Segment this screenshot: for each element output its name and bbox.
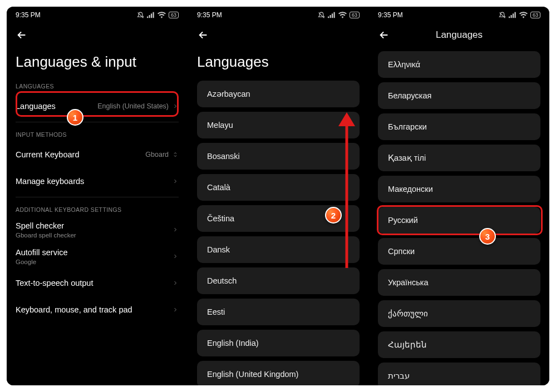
section-label-input-methods: INPUT METHODS [16, 127, 179, 141]
updown-icon [172, 151, 179, 158]
status-bar: 9:35 PM 63 [369, 7, 549, 23]
phone-screen-2: 9:35 PM 63 Languages AzərbaycanMelayuBos… [188, 7, 368, 385]
language-item-highlighted[interactable]: Русский [378, 207, 540, 234]
language-item[interactable]: Українська [378, 269, 540, 296]
language-item[interactable]: Deutsch [197, 267, 360, 294]
language-item[interactable]: עברית [378, 363, 540, 385]
back-icon[interactable] [378, 29, 390, 41]
svg-rect-6 [332, 13, 333, 18]
header-title: Languages [390, 29, 528, 41]
dnd-icon [137, 12, 144, 19]
language-item[interactable]: Српски [378, 238, 540, 265]
battery-icon: 63 [530, 12, 540, 18]
signal-icon [328, 12, 336, 18]
spell-checker-row[interactable]: Spell checker Gboard spell checker [16, 216, 179, 243]
svg-rect-14 [514, 12, 515, 18]
wifi-icon [338, 12, 347, 18]
tts-label: Text-to-speech output [16, 279, 93, 287]
wifi-icon [519, 12, 528, 18]
current-keyboard-row[interactable]: Current Keyboard Gboard [16, 141, 179, 168]
language-item[interactable]: Eesti [197, 299, 360, 325]
spell-checker-sub: Gboard spell checker [16, 232, 76, 239]
chevron-right-icon [172, 103, 179, 110]
language-list[interactable]: ΕλληνικάБеларускаяБългарскиҚазақ тіліМак… [378, 49, 540, 385]
chevron-right-icon [172, 280, 179, 286]
status-icons: 63 [499, 12, 540, 19]
screenshot-canvas: 9:35 PM 63 Languages & input LANGUAGES L… [7, 7, 549, 385]
back-icon[interactable] [16, 29, 28, 41]
language-item[interactable]: Ελληνικά [378, 51, 540, 78]
status-bar: 9:35 PM 63 [188, 7, 368, 23]
svg-rect-3 [152, 12, 154, 18]
page-title: Languages [197, 47, 360, 78]
language-item[interactable]: Català [197, 174, 360, 201]
language-item[interactable]: ქართული [378, 300, 540, 327]
svg-rect-4 [328, 17, 329, 18]
language-item[interactable]: Македонски [378, 176, 540, 202]
language-item[interactable]: Dansk [197, 236, 360, 263]
divider [16, 197, 179, 197]
autofill-row[interactable]: Autofill service Google [16, 243, 179, 270]
chevron-right-icon [172, 226, 179, 233]
chevron-right-icon [172, 306, 179, 313]
language-item[interactable]: Қазақ тілі [378, 145, 540, 171]
languages-row-label: Languages [16, 102, 56, 111]
page-title: Languages & input [16, 47, 179, 78]
language-item[interactable]: Български [378, 113, 540, 140]
language-item[interactable]: Հայերեն [378, 331, 540, 358]
svg-rect-5 [329, 15, 331, 18]
manage-keyboards-label: Manage keyboards [16, 177, 84, 186]
chevron-right-icon [172, 178, 179, 185]
language-item[interactable]: Melayu [197, 112, 360, 138]
tts-row[interactable]: Text-to-speech output [16, 270, 179, 296]
language-item[interactable]: Bosanski [197, 143, 360, 170]
current-keyboard-value: Gboard [145, 151, 169, 158]
language-item[interactable]: Čeština [197, 205, 360, 232]
signal-icon [147, 12, 155, 18]
autofill-sub: Google [16, 259, 67, 265]
languages-row[interactable]: Languages English (United States) [16, 93, 179, 120]
signal-icon [509, 12, 516, 18]
header [188, 23, 368, 47]
svg-rect-1 [149, 15, 150, 18]
header: Languages [369, 23, 549, 47]
status-icons: 63 [137, 12, 179, 19]
kbm-row[interactable]: Keyboard, mouse, and track pad [16, 296, 179, 323]
language-list[interactable]: AzərbaycanMelayuBosanskiCatalàČeštinaDan… [197, 78, 360, 385]
current-keyboard-label: Current Keyboard [16, 150, 79, 159]
spell-checker-label: Spell checker [16, 221, 76, 230]
languages-row-value: English (United States) [97, 102, 169, 110]
section-label-additional: ADDITIONAL KEYBOARD SETTINGS [16, 202, 179, 216]
battery-icon: 63 [169, 12, 179, 18]
manage-keyboards-row[interactable]: Manage keyboards [16, 168, 179, 195]
clock-text: 9:35 PM [197, 11, 222, 19]
svg-rect-0 [147, 17, 148, 18]
svg-rect-2 [151, 13, 152, 18]
section-label-languages: LANGUAGES [16, 78, 179, 93]
language-item[interactable]: English (India) [197, 330, 360, 356]
divider [16, 122, 179, 122]
autofill-label: Autofill service [16, 248, 67, 257]
battery-icon: 63 [350, 12, 360, 18]
back-icon[interactable] [197, 29, 209, 41]
language-item[interactable]: Беларуская [378, 82, 540, 109]
clock-text: 9:35 PM [16, 11, 41, 19]
clock-text: 9:35 PM [378, 11, 403, 19]
dnd-icon [318, 12, 325, 19]
svg-rect-12 [510, 15, 511, 18]
chevron-right-icon [172, 253, 179, 260]
wifi-icon [158, 12, 166, 18]
svg-rect-13 [513, 13, 514, 18]
svg-rect-7 [333, 12, 334, 18]
language-item[interactable]: Azərbaycan [197, 81, 360, 107]
phone-screen-1: 9:35 PM 63 Languages & input LANGUAGES L… [7, 7, 188, 385]
dnd-icon [499, 12, 506, 19]
phone-screen-3: 9:35 PM 63 Languages ΕλληνικάБеларускаяБ… [368, 7, 549, 385]
svg-rect-11 [509, 17, 510, 18]
header [7, 23, 188, 47]
status-bar: 9:35 PM 63 [7, 7, 188, 23]
status-icons: 63 [318, 12, 360, 19]
kbm-label: Keyboard, mouse, and track pad [16, 305, 132, 314]
language-item[interactable]: English (United Kingdom) [197, 361, 360, 385]
